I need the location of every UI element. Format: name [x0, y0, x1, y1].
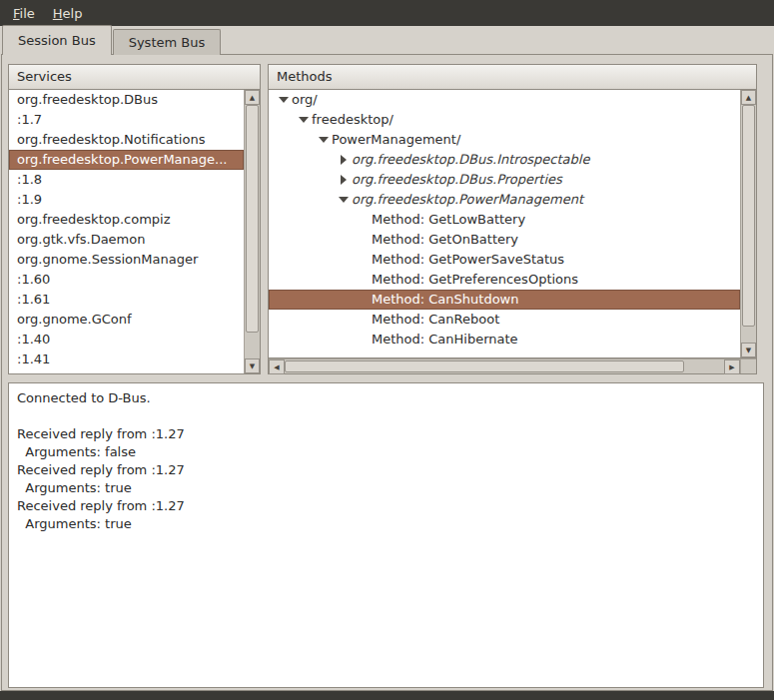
tree-row-label: Method: GetPowerSaveStatus — [372, 252, 564, 267]
tree-row[interactable]: Method: GetOnBattery — [269, 230, 740, 250]
service-name-label: :1.40 — [17, 332, 50, 347]
expander-icon[interactable] — [337, 193, 352, 207]
log-line: Arguments: true — [17, 515, 755, 533]
expander-icon[interactable] — [297, 113, 312, 127]
methods-horizontal-scrollbar[interactable]: ◀ ▶ — [268, 358, 757, 374]
service-name-label: org.gnome.GConf — [17, 312, 132, 327]
methods-rows: org/ freedesktop/ PowerManagement/ org.f… — [269, 90, 740, 357]
tree-row-label: org.freedesktop.DBus.Properties — [352, 172, 562, 187]
service-name-label: org.freedesktop.Notifications — [17, 132, 205, 147]
scroll-trough[interactable] — [741, 327, 756, 343]
log-line: Received reply from :1.27 — [17, 461, 755, 479]
tree-row-label: Method: GetPreferencesOptions — [372, 272, 578, 287]
tree-row-label: org.freedesktop.DBus.Introspectable — [352, 152, 589, 167]
tree-row[interactable]: Method: GetLowBattery — [269, 210, 740, 230]
tab-bar: Session Bus System Bus — [0, 26, 222, 55]
tab-bus[interactable]: System Bus — [113, 29, 222, 55]
service-list-item[interactable]: org.freedesktop.PowerManage... — [9, 150, 244, 170]
service-name-label: :1.8 — [17, 172, 42, 187]
scroll-down-button[interactable]: ▼ — [741, 343, 756, 357]
service-list-item[interactable]: :1.60 — [9, 270, 244, 290]
tree-row[interactable]: PowerManagement/ — [269, 130, 740, 150]
scroll-right-button[interactable]: ▶ — [724, 359, 740, 374]
tree-row-label: Method: GetOnBattery — [372, 232, 518, 247]
tree-row[interactable]: Method: GetPowerSaveStatus — [269, 250, 740, 270]
service-list-item[interactable]: :1.7 — [9, 110, 244, 130]
services-header[interactable]: Services — [8, 64, 261, 90]
menu-item[interactable]: Help — [44, 2, 92, 25]
log-line: Arguments: false — [17, 443, 755, 461]
tab-bus[interactable]: Session Bus — [2, 25, 112, 55]
service-list-item[interactable]: :1.41 — [9, 350, 244, 369]
service-name-label: org.gtk.vfs.Daemon — [17, 232, 145, 247]
expander-icon[interactable] — [317, 133, 332, 147]
log-pane[interactable]: Connected to D-Bus. Received reply from … — [8, 382, 764, 688]
service-list-item[interactable]: org.freedesktop.compiz — [9, 210, 244, 230]
log-line: Connected to D-Bus. — [17, 389, 755, 407]
services-vertical-scrollbar[interactable]: ▲ ▼ — [244, 90, 260, 373]
methods-vertical-scrollbar[interactable]: ▲ ▼ — [740, 90, 756, 357]
menu-bar: File Help — [0, 0, 774, 26]
service-name-label: org.freedesktop.PowerManage... — [17, 152, 227, 167]
window-bottom-edge — [0, 691, 774, 700]
menu-item[interactable]: File — [4, 2, 44, 25]
tree-row[interactable]: org.freedesktop.PowerManagement — [269, 190, 740, 210]
tree-row-label: Method: GetLowBattery — [372, 212, 525, 227]
service-list-item[interactable]: :1.9 — [9, 190, 244, 210]
tree-row[interactable]: Method: GetPreferencesOptions — [269, 270, 740, 290]
scroll-up-button[interactable]: ▲ — [741, 90, 756, 105]
tree-row[interactable]: org/ — [269, 90, 740, 110]
horizontal-scroll-space[interactable] — [684, 359, 724, 373]
scroll-thumb[interactable] — [246, 105, 259, 333]
services-rows: org.freedesktop.DBus :1.7 org.freedeskto… — [9, 90, 244, 373]
service-name-label: :1.60 — [17, 272, 50, 287]
service-list-item[interactable]: org.gtk.vfs.Daemon — [9, 230, 244, 250]
service-list-item[interactable]: org.freedesktop.Notifications — [9, 130, 244, 150]
tree-row-label: PowerManagement/ — [332, 132, 460, 147]
horizontal-scroll-thumb[interactable] — [285, 360, 684, 372]
tree-row-label: org.freedesktop.PowerManagement — [352, 192, 583, 207]
tree-row-label: Method: CanShutdown — [372, 292, 518, 307]
services-list: org.freedesktop.DBus :1.7 org.freedeskto… — [8, 90, 261, 374]
tree-row[interactable]: Method: CanHibernate — [269, 330, 740, 350]
log-line — [17, 407, 755, 425]
service-name-label: :1.61 — [17, 292, 50, 307]
tree-row-label: freedesktop/ — [312, 112, 393, 127]
service-list-item[interactable]: org.gnome.GConf — [9, 310, 244, 330]
service-name-label: :1.9 — [17, 192, 42, 207]
tree-row-label: Method: CanHibernate — [372, 332, 518, 347]
expander-icon[interactable] — [337, 153, 352, 167]
tree-row[interactable]: org.freedesktop.DBus.Introspectable — [269, 150, 740, 170]
service-name-label: org.gnome.SessionManager — [17, 252, 198, 267]
scroll-up-button[interactable]: ▲ — [245, 90, 260, 105]
service-name-label: org.freedesktop.compiz — [17, 212, 171, 227]
service-list-item[interactable]: :1.61 — [9, 290, 244, 310]
service-list-item[interactable]: org.gnome.SessionManager — [9, 250, 244, 270]
methods-pane: Methods org/ freedesktop/ PowerManagemen… — [268, 64, 757, 374]
scroll-trough[interactable] — [245, 333, 260, 358]
tree-row[interactable]: Method: CanReboot — [269, 310, 740, 330]
methods-header[interactable]: Methods — [268, 64, 757, 90]
methods-tree: org/ freedesktop/ PowerManagement/ org.f… — [268, 90, 757, 358]
log-line: Received reply from :1.27 — [17, 497, 755, 515]
service-name-label: org.freedesktop.DBus — [17, 92, 158, 107]
expander-icon[interactable] — [337, 173, 352, 187]
log-line: Received reply from :1.27 — [17, 425, 755, 443]
service-list-item[interactable]: :1.8 — [9, 170, 244, 190]
log-line: Arguments: true — [17, 479, 755, 497]
scrollbar-corner — [740, 358, 756, 373]
scroll-thumb[interactable] — [742, 105, 755, 327]
scroll-left-button[interactable]: ◀ — [269, 359, 285, 374]
services-pane: Services org.freedesktop.DBus :1.7 org.f… — [8, 64, 261, 374]
tree-row[interactable]: Method: CanShutdown — [269, 290, 740, 310]
horizontal-scroll-trough[interactable]: ◀ ▶ — [269, 358, 740, 373]
scroll-down-button[interactable]: ▼ — [245, 358, 260, 373]
tree-row-label: org/ — [292, 92, 318, 107]
tree-row[interactable]: freedesktop/ — [269, 110, 740, 130]
service-name-label: :1.41 — [17, 351, 50, 366]
expander-icon[interactable] — [277, 93, 292, 107]
tree-row[interactable]: org.freedesktop.DBus.Properties — [269, 170, 740, 190]
service-list-item[interactable]: org.freedesktop.DBus — [9, 90, 244, 110]
service-list-item[interactable]: :1.40 — [9, 330, 244, 350]
service-name-label: :1.7 — [17, 112, 42, 127]
